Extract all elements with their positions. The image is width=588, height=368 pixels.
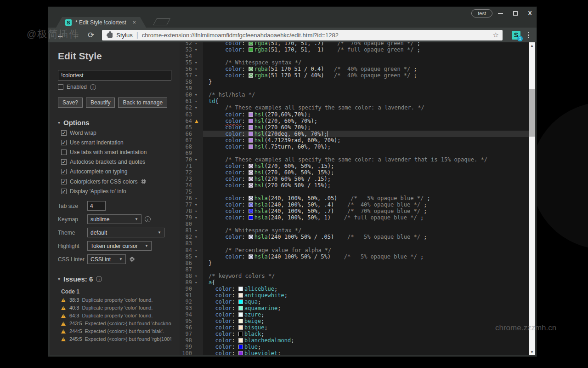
- issue-item[interactable]: 40:3Duplicate property 'color' found.: [58, 305, 171, 310]
- color-swatch[interactable]: [249, 112, 253, 117]
- code-line-72[interactable]: 72 color: hsl(270, 60%, 50%, 15%);: [180, 169, 529, 176]
- color-swatch[interactable]: [249, 209, 253, 213]
- code-text[interactable]: color: hsla(240, 100%, 50%, .05) /* 5% o…: [203, 195, 529, 201]
- options-section-header[interactable]: ▾ Options: [58, 119, 171, 126]
- code-text[interactable]: color: hsla(240 100% 50% / .05) /* 5% op…: [203, 234, 529, 240]
- color-swatch[interactable]: [238, 319, 243, 323]
- code-text[interactable]: /* keyword colors */: [203, 273, 529, 279]
- color-swatch[interactable]: [249, 164, 253, 168]
- color-swatch[interactable]: [238, 351, 243, 355]
- code-line-81[interactable]: 81▾ /* Whitespace syntax */: [180, 227, 529, 234]
- code-text[interactable]: color: hsl(270, 60%, 50%, .15);: [203, 163, 529, 169]
- color-swatch[interactable]: [249, 196, 253, 201]
- code-line-69[interactable]: 69: [180, 150, 529, 156]
- code-line-74[interactable]: 74 color: hsl(270 60% 50% / 15%);: [180, 182, 529, 189]
- code-line-55[interactable]: 55▾ /* Whitespace syntax */: [180, 59, 529, 66]
- fold-arrow-icon[interactable]: ▾: [193, 98, 203, 104]
- code-line-54[interactable]: 54: [180, 53, 529, 59]
- minimize-icon[interactable]: [498, 13, 503, 14]
- color-swatch[interactable]: [249, 183, 253, 188]
- code-line-67[interactable]: 67 color: hsl(4.71239rad, 60%, 70%);: [180, 137, 529, 144]
- code-text[interactable]: color: hsla(240, 100%, 50%, .7) /* 70% o…: [203, 208, 529, 214]
- issue-item[interactable]: 245:5Expected (<color>) but found 'rgb(1…: [58, 336, 171, 342]
- keymap-select[interactable]: sublime ▼: [87, 214, 141, 224]
- color-swatch[interactable]: [249, 132, 253, 136]
- code-text[interactable]: color: hsl(270, 60%, 70%);: [203, 118, 529, 124]
- code-text[interactable]: color: rgba(51 170 51 / 40%) /* 40% opaq…: [203, 72, 529, 79]
- code-line-68[interactable]: 68 color: hsl(.75turn, 60%, 70%);: [180, 144, 529, 150]
- code-text[interactable]: }: [203, 260, 529, 266]
- code-editor[interactable]: 52▾ color: rgba(51, 170, 51, .7) /* 70% …: [180, 42, 535, 355]
- scrollbar-thumb[interactable]: [529, 89, 535, 137]
- fold-arrow-icon[interactable]: ▾: [193, 92, 203, 98]
- code-line-56[interactable]: 56▾ color: rgba(51 170 51 / 0.4) /* 40% …: [180, 66, 529, 72]
- fold-arrow-icon[interactable]: ▾: [193, 279, 203, 286]
- color-swatch[interactable]: [249, 125, 253, 130]
- option-checkbox[interactable]: ✓: [61, 179, 67, 184]
- code-line-89[interactable]: 89▾a{: [180, 279, 529, 286]
- theme-select[interactable]: default ▼: [87, 228, 164, 237]
- option-checkbox[interactable]: ✓: [61, 189, 67, 194]
- issues-info-icon[interactable]: i: [96, 276, 102, 282]
- code-text[interactable]: td{: [203, 98, 529, 104]
- code-text[interactable]: color: hsl(270 60% 70%);: [203, 124, 529, 131]
- profile-chip[interactable]: test: [471, 9, 492, 17]
- url-bar[interactable]: Stylus | chrome-extension://lfnlmiimoamf…: [102, 30, 503, 40]
- code-line-83[interactable]: 83: [180, 240, 529, 247]
- code-line-66[interactable]: 66 color: hsl(270deg, 60%, 70%);: [180, 131, 529, 137]
- code-line-91[interactable]: 91 color: antiquewhite;: [180, 292, 529, 299]
- close-icon[interactable]: X: [528, 11, 532, 16]
- code-line-73[interactable]: 73 color: hsl(270 60% 50% / .15);: [180, 176, 529, 182]
- code-line-62[interactable]: 62▾ /* These examples all specify the sa…: [180, 104, 529, 111]
- code-text[interactable]: color: hsla(240, 100%, 50%, .4) /* 40% o…: [203, 201, 529, 208]
- code-line-100[interactable]: 100 color: blueviolet;: [180, 350, 529, 355]
- code-text[interactable]: /* These examples all specify the same c…: [203, 156, 529, 163]
- code-text[interactable]: /* Percentage value for alpha */: [203, 247, 529, 253]
- code-line-96[interactable]: 96 color: bisque;: [180, 324, 529, 331]
- issue-item[interactable]: 243:5Expected (<color>) but found 'chuck…: [58, 321, 171, 326]
- code-line-94[interactable]: 94 color: azure;: [180, 311, 529, 318]
- fold-arrow-icon[interactable]: ▾: [193, 42, 203, 46]
- code-line-80[interactable]: 80: [180, 221, 529, 227]
- code-line-87[interactable]: 87: [180, 266, 529, 273]
- code-line-90[interactable]: 90 color: aliceblue;: [180, 286, 529, 292]
- editor-scrollbar[interactable]: ▲ ▼: [529, 42, 535, 355]
- code-text[interactable]: color: hsl(270, 60%, 50%, 15%);: [203, 169, 529, 176]
- code-text[interactable]: color: black;: [203, 331, 529, 337]
- code-text[interactable]: color: antiquewhite;: [203, 292, 529, 299]
- code-text[interactable]: [203, 240, 529, 247]
- option-checkbox[interactable]: ✓: [61, 140, 67, 145]
- color-swatch[interactable]: [249, 202, 253, 207]
- maximize-icon[interactable]: [513, 11, 518, 16]
- color-swatch[interactable]: [238, 299, 243, 304]
- code-text[interactable]: color: beige;: [203, 318, 529, 324]
- option-checkbox[interactable]: [61, 150, 67, 155]
- fold-arrow-icon[interactable]: ▾: [193, 227, 203, 234]
- code-line-85[interactable]: 85▾ color: hsla(240 100% 50% / 5%) /* 5%…: [180, 253, 529, 260]
- fold-arrow-icon[interactable]: ▾: [193, 208, 203, 214]
- color-swatch[interactable]: [249, 42, 253, 46]
- code-line-77[interactable]: 77▾ color: hsla(240, 100%, 50%, .4) /* 4…: [180, 201, 529, 208]
- scroll-up-icon[interactable]: ▲: [529, 42, 535, 49]
- color-swatch[interactable]: [249, 235, 253, 239]
- code-line-61[interactable]: 61▾td{: [180, 98, 529, 104]
- fold-arrow-icon[interactable]: ▾: [193, 66, 203, 72]
- code-line-84[interactable]: 84▾ /* Percentage value for alpha */: [180, 247, 529, 253]
- code-text[interactable]: color: aquamarine;: [203, 305, 529, 311]
- code-text[interactable]: [203, 221, 529, 227]
- stylus-toolbar-icon[interactable]: S 1: [512, 31, 520, 40]
- refresh-icon[interactable]: ⟳: [88, 31, 94, 39]
- code-text[interactable]: /* Whitespace syntax */: [203, 59, 529, 66]
- beautify-button[interactable]: Beautify: [86, 98, 115, 108]
- code-line-86[interactable]: 86}: [180, 260, 529, 266]
- code-text[interactable]: color: hsl(4.71239rad, 60%, 70%);: [203, 137, 529, 144]
- highlight-select[interactable]: Token under cursor ▼: [87, 241, 152, 251]
- code-text[interactable]: color: hsla(240, 100%, 50%, 1) /* full o…: [203, 214, 529, 221]
- code-line-82[interactable]: 82▾ color: hsla(240 100% 50% / .05) /* 5…: [180, 234, 529, 240]
- bookmark-star-icon[interactable]: ☆: [493, 31, 499, 39]
- code-text[interactable]: color: hsl(.75turn, 60%, 70%);: [203, 144, 529, 150]
- code-line-92[interactable]: 92 color: aqua;: [180, 299, 529, 305]
- code-text[interactable]: [203, 85, 529, 92]
- fold-arrow-icon[interactable]: ▾: [193, 234, 203, 240]
- code-text[interactable]: color: rgba(51 170 51 / 0.4) /* 40% opaq…: [203, 66, 529, 72]
